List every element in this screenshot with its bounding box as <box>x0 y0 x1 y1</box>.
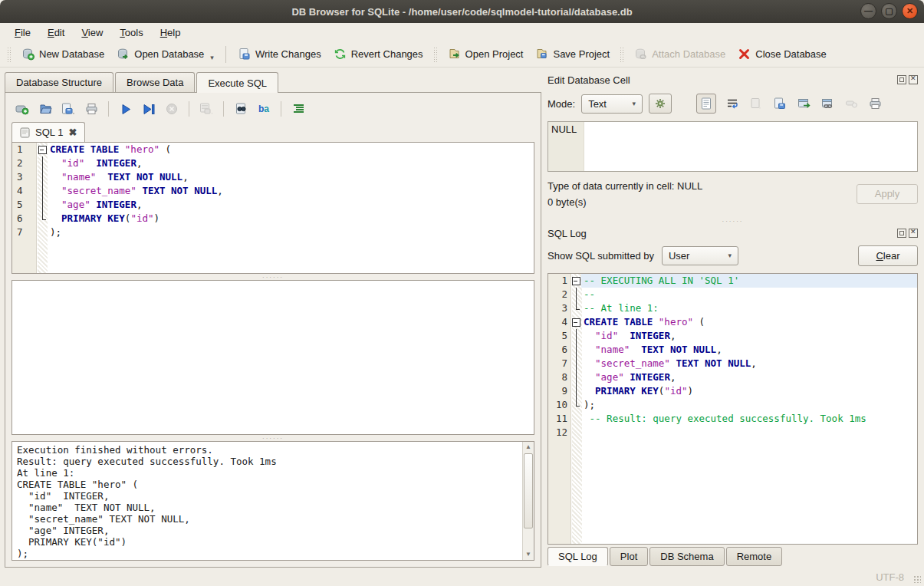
word-wrap-icon[interactable] <box>725 96 740 111</box>
menu-edit[interactable]: Edit <box>41 25 71 40</box>
close-panel-icon[interactable] <box>909 75 918 84</box>
open-project-button[interactable]: Open Project <box>442 44 530 64</box>
close-button[interactable]: ✕ <box>902 3 918 19</box>
code-line[interactable]: 6 PRIMARY KEY("id") <box>12 212 534 226</box>
open-database-dropdown-caret[interactable]: ▾ <box>210 54 214 61</box>
code-text: "id" INTEGER, <box>48 156 534 170</box>
line-number: 10 <box>548 398 571 412</box>
fold-marker-icon[interactable] <box>571 315 581 329</box>
maximize-button[interactable]: ▢ <box>881 3 897 19</box>
app-window: DB Browser for SQLite - /home/user/code/… <box>0 0 924 586</box>
new-database-icon <box>21 48 35 61</box>
tab-browse-data[interactable]: Browse Data <box>115 72 195 92</box>
pane-splitter[interactable]: ······ <box>12 435 534 441</box>
clear-log-button[interactable]: Clear <box>858 245 918 266</box>
open-sql-file-icon[interactable] <box>38 102 53 116</box>
cell-content-editor[interactable]: NULL <box>547 121 918 172</box>
tab-plot[interactable]: Plot <box>610 547 648 566</box>
print-cell-icon[interactable] <box>867 96 883 111</box>
open-in-external-icon[interactable] <box>796 96 811 111</box>
code-line[interactable]: 7 "secret_name" TEXT NOT NULL, <box>548 357 917 370</box>
save-project-button[interactable]: Save Project <box>529 44 616 64</box>
scrollbar-track[interactable] <box>523 453 534 549</box>
save-sql-file-icon[interactable] <box>61 102 76 116</box>
code-line[interactable]: 2-- <box>548 288 917 301</box>
code-line[interactable]: 2 "id" INTEGER, <box>12 156 534 170</box>
dock-splitter[interactable]: ······ <box>547 218 918 224</box>
close-panel-icon[interactable] <box>909 229 918 238</box>
sql-log-viewer[interactable]: 1-- EXECUTING ALL IN 'SQL 1'2--3-- At li… <box>547 273 918 545</box>
find-icon[interactable] <box>233 102 248 116</box>
menu-tools[interactable]: Tools <box>113 25 150 40</box>
code-line[interactable]: 4 "secret_name" TEXT NOT NULL, <box>12 184 534 198</box>
new-database-button[interactable]: New Database <box>15 44 110 64</box>
code-line[interactable]: 12 <box>548 426 917 440</box>
code-line[interactable]: 5 "id" INTEGER, <box>548 329 917 343</box>
write-changes-button[interactable]: Write Changes <box>232 44 327 64</box>
execute-all-icon[interactable] <box>118 102 133 116</box>
sql-file-tab[interactable]: SQL 1 ✖ <box>12 122 85 142</box>
code-line[interactable]: 1-- EXECUTING ALL IN 'SQL 1' <box>548 274 917 288</box>
tab-execute-sql[interactable]: Execute SQL <box>196 72 278 93</box>
scroll-up-arrow[interactable]: ▲ <box>523 442 534 453</box>
sql-document-icon <box>20 127 30 138</box>
close-database-icon <box>738 48 751 61</box>
apply-button: Apply <box>857 184 918 204</box>
tab-database-structure[interactable]: Database Structure <box>5 72 113 92</box>
copy-link-icon[interactable] <box>820 96 835 111</box>
code-line[interactable]: 3 "name" TEXT NOT NULL, <box>12 170 534 184</box>
close-sql-tab-icon[interactable]: ✖ <box>68 127 77 138</box>
export-cell-data-icon[interactable] <box>772 96 788 111</box>
code-text: CREATE TABLE "hero" ( <box>581 315 917 329</box>
toolbar-drag-handle[interactable] <box>433 47 438 62</box>
line-number: 1 <box>12 143 38 156</box>
code-line[interactable]: 3-- At line 1: <box>548 301 917 315</box>
tab-remote[interactable]: Remote <box>726 547 783 566</box>
pane-splitter[interactable]: ······ <box>12 274 534 280</box>
main-content: Database Structure Browse Data Execute S… <box>0 67 924 568</box>
menu-file[interactable]: File <box>8 25 38 40</box>
revert-changes-button[interactable]: Revert Changes <box>327 44 429 64</box>
float-panel-icon[interactable] <box>897 75 906 84</box>
code-line[interactable]: 8 "age" INTEGER, <box>548 370 917 384</box>
mode-select[interactable]: Text ▾ <box>581 94 643 114</box>
code-line[interactable]: 1CREATE TABLE "hero" ( <box>12 143 534 156</box>
float-panel-icon[interactable] <box>897 229 906 238</box>
code-line[interactable]: 4CREATE TABLE "hero" ( <box>548 315 917 329</box>
results-table-pane[interactable] <box>12 280 534 435</box>
tab-db-schema[interactable]: DB Schema <box>649 547 724 566</box>
new-sql-tab-icon[interactable] <box>15 102 30 116</box>
tab-sql-log[interactable]: SQL Log <box>547 547 608 566</box>
resize-grip[interactable] <box>913 575 921 583</box>
scrollbar-thumb[interactable] <box>524 453 533 528</box>
minimize-button[interactable]: — <box>860 3 876 19</box>
code-line[interactable]: 6 "name" TEXT NOT NULL, <box>548 343 917 357</box>
fold-marker-icon[interactable] <box>38 143 48 156</box>
code-line[interactable]: 11 -- Result: query executed successfull… <box>548 412 917 426</box>
fold-marker-icon[interactable] <box>571 274 581 288</box>
code-line[interactable]: 5 "age" INTEGER, <box>12 198 534 212</box>
menu-view[interactable]: View <box>74 25 110 40</box>
sql-code-editor[interactable]: 1CREATE TABLE "hero" (2 "id" INTEGER,3 "… <box>12 142 534 274</box>
format-sql-icon[interactable] <box>291 102 306 116</box>
results-scrollbar[interactable]: ▲ ▼ <box>522 442 534 560</box>
text-mode-icon[interactable] <box>696 94 716 114</box>
encoding-indicator[interactable]: UTF-8 <box>876 571 904 583</box>
submitted-by-select[interactable]: User ▾ <box>662 246 738 265</box>
fold-margin-cell <box>38 226 48 239</box>
auto-switch-mode-button[interactable] <box>649 94 672 114</box>
open-database-button[interactable]: Open Database ▾ <box>110 44 220 64</box>
close-database-button[interactable]: Close Database <box>732 44 833 64</box>
scroll-down-arrow[interactable]: ▼ <box>523 549 534 560</box>
code-line[interactable]: 7); <box>12 226 534 239</box>
save-project-icon <box>535 48 548 61</box>
toolbar-drag-handle[interactable] <box>620 47 624 62</box>
find-replace-icon[interactable]: ba <box>256 102 271 116</box>
fold-margin-cell <box>571 370 581 384</box>
toolbar-drag-handle[interactable] <box>7 47 12 62</box>
execute-current-line-icon[interactable] <box>141 102 156 116</box>
code-line[interactable]: 9 PRIMARY KEY("id") <box>548 384 917 398</box>
menu-help[interactable]: Help <box>153 25 188 40</box>
code-line[interactable]: 10); <box>548 398 917 412</box>
print-icon[interactable] <box>84 102 99 116</box>
